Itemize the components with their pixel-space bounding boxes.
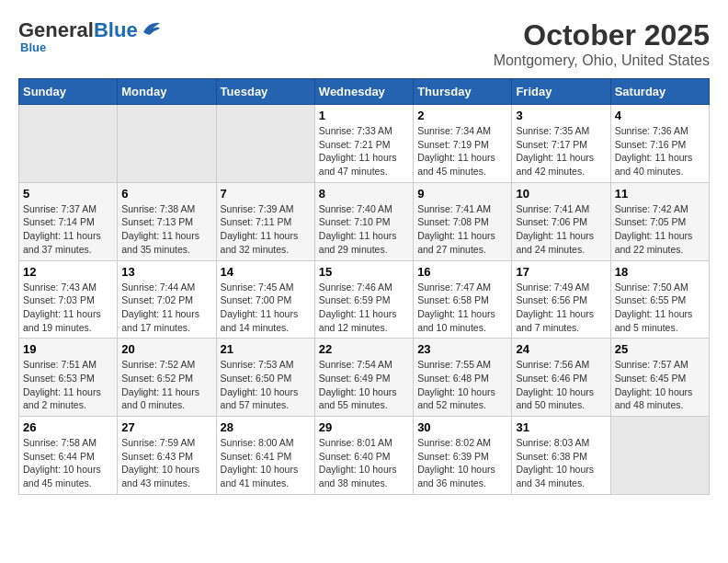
day-info: Sunrise: 7:45 AMSunset: 7:00 PMDaylight:… (221, 281, 311, 335)
calendar-cell: 12Sunrise: 7:43 AMSunset: 7:03 PMDayligh… (19, 260, 118, 339)
day-number: 26 (23, 420, 113, 434)
calendar-cell: 10Sunrise: 7:41 AMSunset: 7:06 PMDayligh… (512, 182, 610, 260)
calendar-cell: 4Sunrise: 7:36 AMSunset: 7:16 PMDaylight… (610, 105, 709, 183)
logo-general-text: GeneralBlue (18, 18, 138, 42)
day-number: 19 (23, 342, 113, 356)
calendar-cell: 6Sunrise: 7:38 AMSunset: 7:13 PMDaylight… (118, 182, 216, 260)
calendar-cell: 3Sunrise: 7:35 AMSunset: 7:17 PMDaylight… (512, 105, 610, 183)
header-wednesday: Wednesday (314, 79, 413, 105)
calendar-cell: 16Sunrise: 7:47 AMSunset: 6:58 PMDayligh… (414, 260, 512, 339)
day-info: Sunrise: 8:02 AMSunset: 6:39 PMDaylight:… (417, 436, 507, 490)
day-info: Sunrise: 7:33 AMSunset: 7:21 PMDaylight:… (319, 124, 409, 178)
calendar-cell: 22Sunrise: 7:54 AMSunset: 6:49 PMDayligh… (314, 339, 413, 417)
day-number: 21 (221, 342, 311, 356)
title-block: October 2025 Montgomery, Ohio, United St… (494, 18, 710, 69)
day-info: Sunrise: 7:49 AMSunset: 6:56 PMDaylight:… (516, 281, 606, 335)
calendar-cell: 30Sunrise: 8:02 AMSunset: 6:39 PMDayligh… (414, 417, 512, 495)
day-info: Sunrise: 7:41 AMSunset: 7:06 PMDaylight:… (516, 202, 606, 257)
header-monday: Monday (118, 79, 216, 105)
calendar-week-row: 19Sunrise: 7:51 AMSunset: 6:53 PMDayligh… (19, 339, 710, 417)
day-number: 16 (417, 265, 507, 279)
day-number: 3 (516, 109, 606, 122)
calendar-cell: 20Sunrise: 7:52 AMSunset: 6:52 PMDayligh… (118, 339, 216, 417)
day-info: Sunrise: 7:51 AMSunset: 6:53 PMDaylight:… (23, 358, 113, 412)
calendar-header-row: SundayMondayTuesdayWednesdayThursdayFrid… (19, 79, 710, 105)
header-saturday: Saturday (610, 79, 709, 105)
day-info: Sunrise: 7:47 AMSunset: 6:58 PMDaylight:… (417, 281, 507, 335)
day-info: Sunrise: 7:44 AMSunset: 7:02 PMDaylight:… (121, 281, 211, 335)
day-info: Sunrise: 7:50 AMSunset: 6:55 PMDaylight:… (615, 281, 705, 335)
calendar-cell: 23Sunrise: 7:55 AMSunset: 6:48 PMDayligh… (414, 339, 512, 417)
day-number: 13 (121, 265, 211, 279)
header-thursday: Thursday (414, 79, 512, 105)
day-info: Sunrise: 7:36 AMSunset: 7:16 PMDaylight:… (615, 124, 705, 178)
calendar-cell: 18Sunrise: 7:50 AMSunset: 6:55 PMDayligh… (610, 260, 709, 339)
day-number: 9 (417, 187, 507, 201)
calendar-cell: 31Sunrise: 8:03 AMSunset: 6:38 PMDayligh… (512, 417, 610, 495)
calendar-cell: 26Sunrise: 7:58 AMSunset: 6:44 PMDayligh… (19, 417, 118, 495)
calendar-cell: 24Sunrise: 7:56 AMSunset: 6:46 PMDayligh… (512, 339, 610, 417)
calendar-table: SundayMondayTuesdayWednesdayThursdayFrid… (18, 78, 710, 495)
calendar-cell: 17Sunrise: 7:49 AMSunset: 6:56 PMDayligh… (512, 260, 610, 339)
calendar-cell (19, 105, 118, 183)
calendar-week-row: 5Sunrise: 7:37 AMSunset: 7:14 PMDaylight… (19, 182, 710, 260)
logo-blue-text: Blue (94, 18, 138, 41)
day-number: 10 (516, 187, 606, 201)
calendar-cell: 11Sunrise: 7:42 AMSunset: 7:05 PMDayligh… (610, 182, 709, 260)
day-info: Sunrise: 7:41 AMSunset: 7:08 PMDaylight:… (417, 202, 507, 257)
calendar-cell: 27Sunrise: 7:59 AMSunset: 6:43 PMDayligh… (118, 417, 216, 495)
day-number: 12 (23, 265, 113, 279)
day-number: 22 (319, 342, 409, 356)
calendar-cell: 21Sunrise: 7:53 AMSunset: 6:50 PMDayligh… (216, 339, 314, 417)
day-info: Sunrise: 7:38 AMSunset: 7:13 PMDaylight:… (121, 202, 211, 257)
calendar-cell: 9Sunrise: 7:41 AMSunset: 7:08 PMDaylight… (414, 182, 512, 260)
calendar-cell (216, 105, 314, 183)
day-info: Sunrise: 7:34 AMSunset: 7:19 PMDaylight:… (417, 124, 507, 178)
calendar-cell: 29Sunrise: 8:01 AMSunset: 6:40 PMDayligh… (314, 417, 413, 495)
logo-blue-underline: Blue (20, 40, 46, 54)
header-friday: Friday (512, 79, 610, 105)
day-number: 24 (516, 342, 606, 356)
calendar-week-row: 1Sunrise: 7:33 AMSunset: 7:21 PMDaylight… (19, 105, 710, 183)
day-number: 7 (221, 187, 311, 201)
day-number: 28 (221, 420, 311, 434)
day-number: 20 (121, 342, 211, 356)
day-number: 18 (615, 265, 705, 279)
day-info: Sunrise: 7:55 AMSunset: 6:48 PMDaylight:… (417, 358, 507, 412)
calendar-cell: 25Sunrise: 7:57 AMSunset: 6:45 PMDayligh… (610, 339, 709, 417)
day-info: Sunrise: 7:35 AMSunset: 7:17 PMDaylight:… (516, 124, 606, 178)
calendar-cell: 1Sunrise: 7:33 AMSunset: 7:21 PMDaylight… (314, 105, 413, 183)
calendar-cell: 7Sunrise: 7:39 AMSunset: 7:11 PMDaylight… (216, 182, 314, 260)
day-number: 31 (516, 420, 606, 434)
day-info: Sunrise: 7:57 AMSunset: 6:45 PMDaylight:… (615, 358, 705, 412)
day-number: 17 (516, 265, 606, 279)
day-info: Sunrise: 7:42 AMSunset: 7:05 PMDaylight:… (615, 202, 705, 257)
day-number: 5 (23, 187, 113, 201)
day-number: 6 (121, 187, 211, 201)
header-tuesday: Tuesday (216, 79, 314, 105)
month-title: October 2025 (494, 18, 710, 52)
day-number: 29 (319, 420, 409, 434)
day-info: Sunrise: 7:58 AMSunset: 6:44 PMDaylight:… (23, 436, 113, 490)
day-info: Sunrise: 8:01 AMSunset: 6:40 PMDaylight:… (319, 436, 409, 490)
day-info: Sunrise: 8:00 AMSunset: 6:41 PMDaylight:… (221, 436, 311, 490)
calendar-cell (610, 417, 709, 495)
header-sunday: Sunday (19, 79, 118, 105)
day-info: Sunrise: 7:46 AMSunset: 6:59 PMDaylight:… (319, 281, 409, 335)
day-number: 11 (615, 187, 705, 201)
day-number: 15 (319, 265, 409, 279)
day-number: 2 (417, 109, 507, 122)
calendar-cell: 19Sunrise: 7:51 AMSunset: 6:53 PMDayligh… (19, 339, 118, 417)
day-number: 8 (319, 187, 409, 201)
calendar-cell: 28Sunrise: 8:00 AMSunset: 6:41 PMDayligh… (216, 417, 314, 495)
page-header: GeneralBlue Blue October 2025 Montgomery… (18, 18, 710, 69)
day-number: 25 (615, 342, 705, 356)
calendar-cell: 2Sunrise: 7:34 AMSunset: 7:19 PMDaylight… (414, 105, 512, 183)
calendar-cell: 13Sunrise: 7:44 AMSunset: 7:02 PMDayligh… (118, 260, 216, 339)
calendar-cell: 8Sunrise: 7:40 AMSunset: 7:10 PMDaylight… (314, 182, 413, 260)
day-info: Sunrise: 7:40 AMSunset: 7:10 PMDaylight:… (319, 202, 409, 257)
day-number: 23 (417, 342, 507, 356)
calendar-cell: 5Sunrise: 7:37 AMSunset: 7:14 PMDaylight… (19, 182, 118, 260)
day-number: 27 (121, 420, 211, 434)
day-number: 30 (417, 420, 507, 434)
